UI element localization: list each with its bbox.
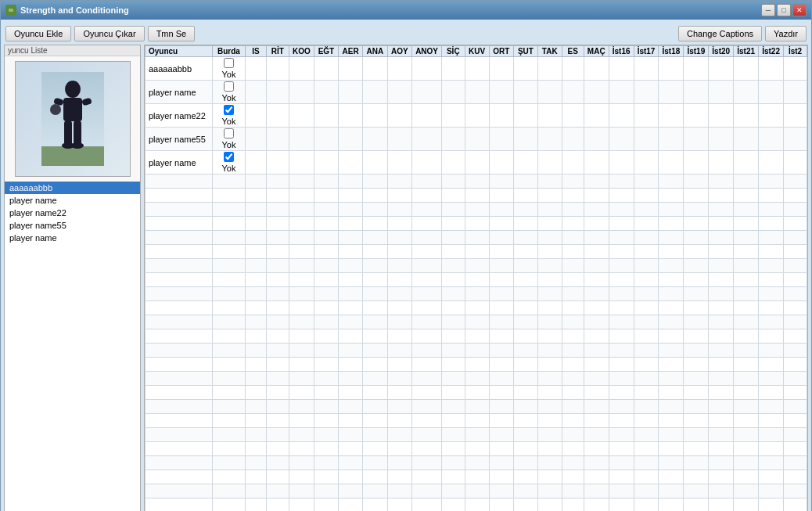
col-header-sic: SİÇ	[442, 46, 465, 57]
empty-cell	[609, 273, 634, 287]
empty-cell	[266, 470, 289, 484]
stat-cell	[489, 151, 513, 175]
empty-cell	[363, 428, 387, 442]
close-button[interactable]: ✕	[792, 4, 807, 16]
player-list-item[interactable]: player name	[5, 194, 140, 207]
empty-cell	[784, 301, 807, 315]
empty-cell	[784, 231, 807, 245]
col-header-ist16: İst16	[609, 46, 634, 57]
table-container[interactable]: Oyuncu Burda IS RİT KOO EĞT AER ANA AOY …	[145, 45, 807, 511]
stat-cell	[584, 104, 609, 128]
burda-checkbox[interactable]	[224, 128, 234, 139]
empty-cell	[562, 259, 584, 273]
empty-cell	[537, 217, 562, 231]
empty-cell	[634, 175, 659, 189]
empty-cell	[784, 456, 807, 470]
empty-cell	[289, 456, 314, 470]
empty-cell	[709, 189, 734, 203]
select-all-button[interactable]: Tmn Se	[148, 26, 196, 41]
print-button[interactable]: Yazdır	[765, 26, 807, 41]
empty-cell	[709, 203, 734, 217]
empty-cell	[338, 259, 362, 273]
burda-cell[interactable]: Yok	[212, 81, 245, 104]
empty-cell	[465, 456, 489, 470]
empty-cell	[514, 400, 538, 414]
empty-cell	[387, 329, 411, 344]
empty-cell	[465, 428, 489, 442]
empty-cell	[289, 273, 314, 287]
empty-cell	[465, 287, 489, 301]
empty-cell	[659, 231, 684, 245]
empty-cell	[659, 217, 684, 231]
empty-cell	[759, 470, 784, 484]
burda-checkbox[interactable]	[224, 58, 234, 68]
stat-cell	[338, 151, 362, 175]
empty-cell	[442, 442, 465, 456]
empty-cell	[266, 259, 289, 273]
empty-cell	[442, 315, 465, 329]
player-list-item[interactable]: aaaaaabbb	[5, 182, 140, 194]
empty-cell	[314, 329, 338, 344]
empty-cell	[609, 315, 634, 329]
empty-cell	[584, 259, 609, 273]
stat-cell	[562, 128, 584, 151]
empty-cell	[537, 189, 562, 203]
empty-cell	[584, 287, 609, 301]
stat-cell	[584, 81, 609, 104]
minimize-button[interactable]: ─	[761, 4, 775, 16]
empty-cell	[314, 259, 338, 273]
player-list-item[interactable]: player name22	[5, 207, 140, 219]
remove-player-button[interactable]: Oyuncu Çıkar	[74, 26, 144, 41]
add-player-button[interactable]: Oyuncu Ekle	[5, 26, 71, 41]
player-list-item[interactable]: player name55	[5, 219, 140, 232]
burda-cell[interactable]: Yok	[212, 104, 245, 128]
burda-checkbox[interactable]	[224, 152, 234, 162]
empty-cell	[363, 189, 387, 203]
empty-cell	[412, 372, 442, 386]
empty-cell	[266, 428, 289, 442]
burda-cell[interactable]: Yok	[212, 57, 245, 81]
empty-cell	[584, 273, 609, 287]
change-captions-button[interactable]: Change Captions	[678, 26, 762, 41]
empty-cell	[363, 498, 387, 512]
empty-cell	[314, 245, 338, 259]
table-row	[146, 344, 807, 358]
empty-cell	[514, 189, 538, 203]
stat-cell	[584, 57, 609, 81]
burda-cell[interactable]: Yok	[212, 151, 245, 175]
maximize-button[interactable]: □	[777, 4, 791, 16]
burda-checkbox[interactable]	[224, 105, 234, 115]
empty-cell	[709, 301, 734, 315]
empty-cell	[489, 189, 513, 203]
empty-cell	[759, 456, 784, 470]
stat-cell	[684, 151, 709, 175]
table-row: player name Yok	[146, 81, 807, 104]
stat-cell	[314, 151, 338, 175]
empty-cell	[784, 358, 807, 372]
empty-cell	[562, 470, 584, 484]
empty-cell	[146, 287, 213, 301]
empty-cell	[609, 400, 634, 414]
empty-cell	[246, 372, 267, 386]
svg-point-8	[50, 104, 61, 115]
empty-cell	[584, 329, 609, 344]
empty-cell	[387, 442, 411, 456]
empty-cell	[338, 315, 362, 329]
empty-cell	[489, 372, 513, 386]
empty-cell	[514, 414, 538, 428]
burda-checkbox[interactable]	[224, 81, 234, 92]
empty-cell	[314, 484, 338, 498]
empty-cell	[212, 217, 245, 231]
burda-cell[interactable]: Yok	[212, 128, 245, 151]
player-list-item[interactable]: player name	[5, 232, 140, 244]
empty-cell	[609, 287, 634, 301]
empty-cell	[442, 344, 465, 358]
empty-cell	[489, 245, 513, 259]
stat-cell	[759, 128, 784, 151]
empty-cell	[584, 386, 609, 400]
empty-cell	[212, 315, 245, 329]
empty-cell	[246, 484, 267, 498]
empty-cell	[514, 245, 538, 259]
empty-cell	[465, 175, 489, 189]
empty-cell	[465, 400, 489, 414]
